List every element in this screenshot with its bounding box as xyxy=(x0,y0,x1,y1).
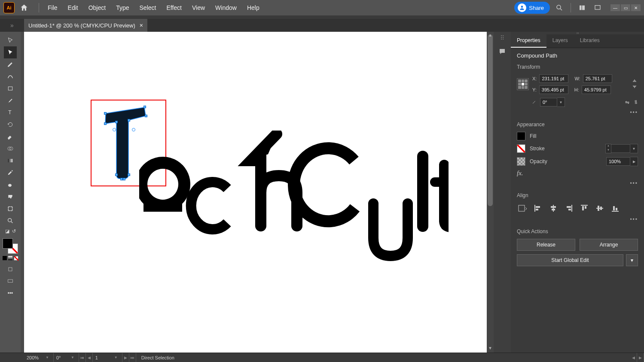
tab-libraries[interactable]: Libraries xyxy=(574,34,606,48)
default-fill-stroke-icon[interactable]: ◪ xyxy=(5,228,9,234)
opacity-dropdown[interactable]: ▶ xyxy=(630,157,638,166)
selection-tool[interactable] xyxy=(4,34,17,46)
curvature-tool[interactable] xyxy=(4,70,17,82)
scrollbar-thumb[interactable] xyxy=(488,34,493,206)
appearance-more-options[interactable]: ••• xyxy=(517,180,638,186)
menu-type[interactable]: Type xyxy=(111,2,134,14)
hscroll-left-icon[interactable]: ◀ xyxy=(630,353,637,362)
align-more-options[interactable]: ••• xyxy=(517,216,638,222)
close-tab-icon[interactable]: × xyxy=(140,22,143,29)
anchor-point[interactable] xyxy=(123,178,125,180)
reference-point-selector[interactable] xyxy=(517,78,529,90)
edit-toolbar-button[interactable]: ••• xyxy=(4,287,17,299)
anchor-point[interactable] xyxy=(104,112,107,115)
color-mode-gradient[interactable] xyxy=(8,256,13,261)
color-mode-none[interactable] xyxy=(13,256,18,261)
next-artboard-icon[interactable]: ▶ xyxy=(122,353,129,362)
fill-color[interactable] xyxy=(3,238,13,249)
rotation-dropdown-icon[interactable]: ▼ xyxy=(69,356,76,359)
x-input[interactable] xyxy=(539,74,568,83)
stroke-weight-dropdown[interactable]: ▼ xyxy=(630,144,638,153)
prev-artboard-icon[interactable]: ◀ xyxy=(86,353,93,362)
gradient-tool[interactable] xyxy=(4,155,17,167)
flip-horizontal-icon[interactable]: ⇋ xyxy=(625,99,629,105)
symbol-sprayer-tool[interactable] xyxy=(4,179,17,191)
stroke-weight-input[interactable] xyxy=(611,144,630,153)
artboard-tool[interactable] xyxy=(4,203,17,215)
arrange-button[interactable]: Arrange xyxy=(580,239,638,251)
last-artboard-icon[interactable]: ⏭ xyxy=(129,353,136,362)
fx-icon[interactable]: fx. xyxy=(517,170,523,177)
anchor-point[interactable] xyxy=(104,122,107,125)
anchor-point[interactable] xyxy=(128,119,130,122)
scroll-down-icon[interactable]: ▼ xyxy=(487,346,493,352)
global-edit-dropdown[interactable]: ▾ xyxy=(626,254,638,266)
shape-builder-tool[interactable] xyxy=(4,143,17,155)
color-mode-solid[interactable] xyxy=(2,256,7,261)
angle-dropdown[interactable]: ▼ xyxy=(557,97,565,107)
type-tool[interactable]: T xyxy=(4,106,17,119)
menu-edit[interactable]: Edit xyxy=(63,2,83,14)
first-artboard-icon[interactable]: ⏮ xyxy=(79,353,86,362)
rectangle-tool[interactable] xyxy=(4,82,17,94)
toolbox-expand-icon[interactable]: » xyxy=(0,19,24,32)
scroll-up-icon[interactable]: ▲ xyxy=(487,33,493,39)
transform-more-options[interactable]: ••• xyxy=(517,110,638,116)
zoom-dropdown-icon[interactable]: ▼ xyxy=(44,356,51,359)
home-button[interactable] xyxy=(18,2,30,14)
anchor-point[interactable] xyxy=(145,115,147,117)
canvas-viewport[interactable]: ▲ ▼ xyxy=(21,32,494,353)
align-bottom-icon[interactable] xyxy=(610,203,621,214)
stroke-weight-stepper[interactable]: ▲▼ xyxy=(605,144,611,153)
release-button[interactable]: Release xyxy=(517,239,575,251)
angle-input[interactable] xyxy=(540,98,557,106)
align-vcenter-icon[interactable] xyxy=(594,203,605,214)
y-input[interactable] xyxy=(539,85,568,94)
anchor-point[interactable] xyxy=(143,106,146,108)
anchor-point[interactable] xyxy=(115,173,118,176)
zoom-input[interactable] xyxy=(27,355,44,360)
hscroll-right-icon[interactable]: ▶ xyxy=(637,353,644,362)
fill-stroke-indicator[interactable] xyxy=(3,238,18,254)
minimize-button[interactable]: — xyxy=(610,4,620,11)
anchor-point[interactable] xyxy=(128,173,130,176)
align-top-icon[interactable] xyxy=(579,203,590,214)
fill-swatch[interactable] xyxy=(517,132,525,140)
zoom-tool[interactable] xyxy=(4,215,17,227)
close-button[interactable]: ✕ xyxy=(631,4,641,11)
swap-fill-stroke-icon[interactable]: ↺ xyxy=(12,228,16,234)
flip-vertical-icon[interactable]: ⥮ xyxy=(634,99,638,105)
tab-layers[interactable]: Layers xyxy=(546,34,574,48)
comments-panel-icon[interactable] xyxy=(496,46,508,58)
vertical-scrollbar[interactable]: ▲ ▼ xyxy=(487,32,494,353)
pen-tool[interactable] xyxy=(4,58,17,70)
dock-handle-icon[interactable]: ⠿ xyxy=(500,34,504,41)
live-paint-tool[interactable] xyxy=(4,191,17,203)
maximize-button[interactable]: ▭ xyxy=(621,4,630,11)
screen-mode-button[interactable] xyxy=(4,275,17,287)
align-hcenter-icon[interactable] xyxy=(548,203,559,214)
tab-properties[interactable]: Properties xyxy=(511,34,546,48)
opacity-swatch[interactable] xyxy=(517,157,525,166)
w-input[interactable] xyxy=(583,74,612,83)
paintbrush-tool[interactable] xyxy=(4,94,17,106)
workspace-button[interactable] xyxy=(592,2,604,14)
anchor-point[interactable] xyxy=(115,121,118,123)
rotation-input[interactable] xyxy=(56,355,69,360)
align-left-icon[interactable] xyxy=(532,203,543,214)
align-right-icon[interactable] xyxy=(563,203,574,214)
artboard-dropdown-icon[interactable]: ▼ xyxy=(113,356,119,359)
constrain-proportions-icon[interactable] xyxy=(631,78,638,91)
start-global-edit-button[interactable]: Start Global Edit xyxy=(517,254,623,266)
menu-object[interactable]: Object xyxy=(83,2,111,14)
rotate-tool[interactable] xyxy=(4,119,17,131)
menu-file[interactable]: File xyxy=(43,2,63,14)
menu-help[interactable]: Help xyxy=(242,2,265,14)
eyedropper-tool[interactable] xyxy=(4,167,17,179)
menu-effect[interactable]: Effect xyxy=(161,2,187,14)
bezier-handle-icon[interactable] xyxy=(113,128,116,131)
share-button[interactable]: Share xyxy=(514,2,550,14)
menu-select[interactable]: Select xyxy=(134,2,162,14)
eraser-tool[interactable] xyxy=(4,131,17,143)
bezier-handle-icon[interactable] xyxy=(132,128,135,131)
